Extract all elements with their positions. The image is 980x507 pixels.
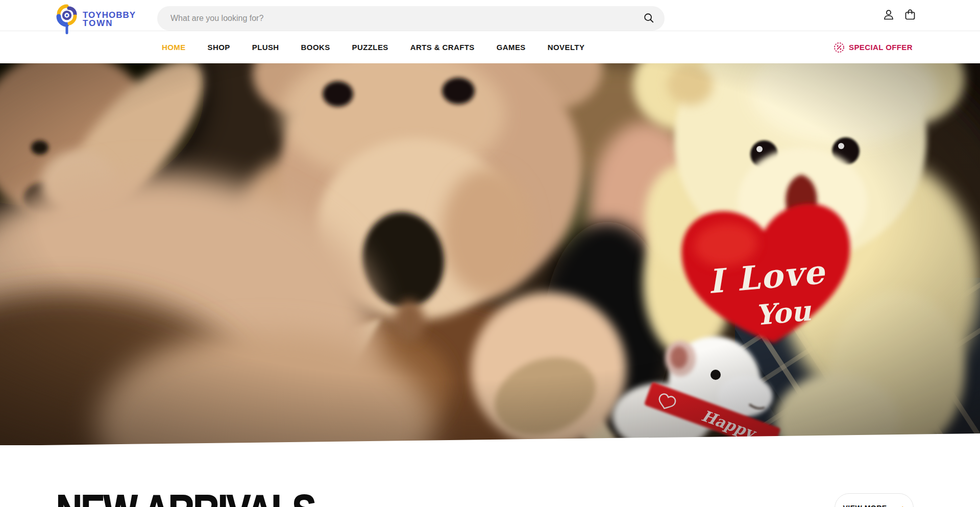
shopping-bag-icon	[903, 8, 917, 23]
search-input[interactable]	[157, 14, 641, 23]
hero-banner: I Love You Happy	[0, 63, 980, 445]
user-icon	[882, 8, 895, 23]
nav-item-novelty[interactable]: NOVELTY	[548, 43, 585, 52]
special-offer-link[interactable]: SPECIAL OFFER	[834, 31, 913, 63]
logo-text: TOYHOBBY TOWN	[83, 11, 136, 28]
new-arrivals-section: NEW ARRIVALS VIEW MORE ⟶	[0, 445, 980, 507]
header-actions	[882, 0, 917, 31]
search-bar	[157, 6, 665, 31]
nav-item-puzzles[interactable]: PUZZLES	[352, 43, 388, 52]
nav-item-arts-crafts[interactable]: ARTS & CRAFTS	[410, 43, 475, 52]
search-icon	[643, 12, 654, 25]
teddy-bears-photo: I Love You Happy	[0, 63, 980, 445]
nav-item-shop[interactable]: SHOP	[208, 43, 230, 52]
main-nav: HOME SHOP PLUSH BOOKS PUZZLES ARTS & CRA…	[0, 31, 980, 63]
hero-diagonal-edge	[0, 433, 980, 445]
arrow-right-icon: ⟶	[891, 503, 905, 507]
nav-item-home[interactable]: HOME	[162, 43, 186, 52]
account-button[interactable]	[882, 8, 895, 23]
special-offer-label: SPECIAL OFFER	[849, 43, 913, 52]
nav-item-games[interactable]: GAMES	[497, 43, 526, 52]
site-logo[interactable]: TOYHOBBY TOWN	[55, 4, 136, 38]
view-more-button[interactable]: VIEW MORE ⟶	[835, 493, 914, 507]
section-title: NEW ARRIVALS	[56, 488, 315, 507]
view-more-label: VIEW MORE	[843, 504, 887, 507]
cart-button[interactable]	[903, 8, 917, 23]
nav-item-plush[interactable]: PLUSH	[252, 43, 279, 52]
top-header: TOYHOBBY TOWN	[0, 0, 980, 31]
nav-item-books[interactable]: BOOKS	[301, 43, 330, 52]
pinwheel-logo-icon	[55, 4, 79, 38]
search-button[interactable]	[641, 12, 665, 25]
discount-badge-icon	[834, 42, 845, 53]
nav-links: HOME SHOP PLUSH BOOKS PUZZLES ARTS & CRA…	[0, 43, 584, 52]
